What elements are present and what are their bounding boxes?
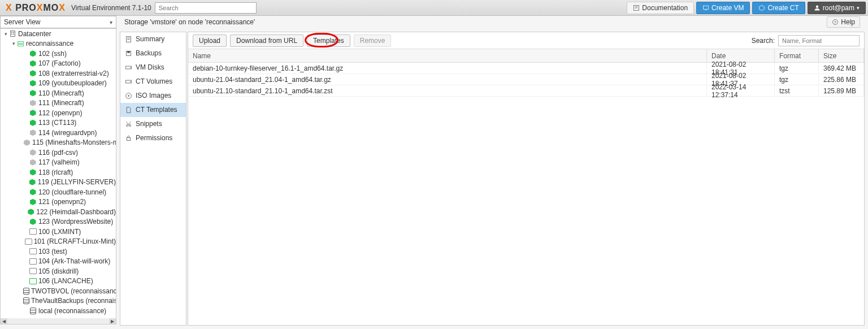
remove-button: Remove (354, 34, 392, 47)
datacenter-icon (8, 30, 16, 38)
nav-ctvolumes[interactable]: CT Volumes (120, 75, 186, 89)
tree-node[interactable]: 121 (openvpn2) (1, 197, 116, 207)
svg-rect-9 (13, 32, 14, 33)
env-version: Virtual Environment 7.1-10 (71, 4, 151, 12)
tree-node[interactable]: 114 (wireguardvpn) (1, 128, 116, 138)
scroll-left-icon[interactable]: ◀ (1, 318, 7, 324)
container-icon (29, 129, 37, 136)
tree-node[interactable]: 109 (youtubeuploader) (1, 79, 116, 89)
tree-node-label: 116 (pdf-csv) (38, 149, 78, 157)
tree-node[interactable]: 122 (Heimdall-Dashboard) (1, 207, 116, 217)
svg-rect-11 (13, 34, 14, 35)
tree-node[interactable]: 123 (WordpressWebsite) (1, 217, 116, 227)
download-url-button[interactable]: Download from URL (230, 34, 303, 47)
col-size[interactable]: Size (819, 49, 864, 62)
toolbar-search-input[interactable] (778, 35, 860, 46)
tree-node[interactable]: 105 (diskdrill) (1, 266, 116, 276)
expand-arrow-icon[interactable]: ▾ (3, 31, 8, 37)
container-icon (29, 109, 37, 116)
toolbar: Upload Download from URL Templates Remov… (188, 32, 864, 49)
tree-horizontal-scrollbar[interactable]: ◀ ▶ (1, 318, 116, 324)
tree-node-label: 102 (ssh) (38, 50, 67, 58)
vm-icon (29, 248, 37, 254)
tree-node-label: 101 (RLCRAFT-Linux-Mint) (34, 237, 116, 245)
brand-logo: X PROXMOX (2, 3, 69, 13)
tree-node[interactable]: 115 (Mineshafts-Monsters-mi (1, 138, 116, 148)
create-ct-button[interactable]: Create CT (752, 2, 805, 14)
tree-node[interactable]: TWOTBVOL (reconnaissanc (1, 286, 116, 296)
templates-button[interactable]: Templates (307, 34, 350, 47)
cell-name: debian-10-turnkey-fileserver_16.1-1_amd6… (188, 63, 707, 73)
tree-node-label: 100 (LXMINT) (38, 228, 81, 236)
tree-node[interactable]: 113 (CT113) (1, 118, 116, 128)
notes-icon (125, 36, 132, 43)
tree-node[interactable]: ▾reconnaissance (1, 39, 116, 49)
container-icon (27, 208, 34, 215)
tree-node-label: 106 (LANCACHE) (38, 277, 93, 285)
help-button[interactable]: ? Help (827, 16, 860, 28)
container-icon (29, 218, 37, 226)
expand-arrow-icon[interactable]: ▾ (11, 41, 16, 46)
nav-backups[interactable]: Backups (120, 46, 186, 60)
tree-node[interactable]: 112 (openvpn) (1, 108, 116, 118)
tree-node[interactable]: 120 (cloudflare-tunnel) (1, 187, 116, 197)
disc-icon (125, 92, 132, 99)
container-icon (29, 188, 37, 196)
cell-format: tgz (775, 74, 819, 85)
tree-node-label: 103 (test) (38, 248, 67, 256)
tree-node[interactable]: 118 (rlcraft) (1, 167, 116, 178)
user-menu-button[interactable]: root@pam ▾ (808, 2, 866, 14)
tree-node-label: 121 (openvpn2) (38, 198, 86, 206)
cell-format: tzst (775, 85, 819, 96)
svg-rect-13 (18, 44, 23, 46)
svg-rect-29 (127, 137, 131, 140)
nav-summary[interactable]: Summary (120, 32, 186, 46)
nav-permissions[interactable]: Permissions (120, 131, 186, 145)
tree-node[interactable]: 102 (ssh) (1, 49, 116, 59)
upload-button[interactable]: Upload (193, 34, 227, 47)
server-view-select[interactable]: Server View (0, 16, 116, 28)
tree-node[interactable]: 110 (Minecraft) (1, 88, 116, 98)
tree-node-label: 115 (Mineshafts-Monsters-mi (32, 138, 116, 146)
nav-cttemplates[interactable]: CT Templates (120, 103, 186, 117)
nav-vmdisks[interactable]: VM Disks (120, 60, 186, 75)
scroll-right-icon[interactable]: ▶ (109, 318, 116, 324)
lock-icon (125, 135, 132, 142)
tree-node[interactable]: ▾Datacenter (1, 29, 116, 39)
book-icon (633, 5, 640, 11)
col-name[interactable]: Name (188, 49, 707, 62)
tree-node[interactable]: 104 (Ark-That-will-work) (1, 257, 116, 267)
nav-iso[interactable]: ISO Images (120, 89, 186, 103)
global-search-input[interactable] (155, 2, 257, 14)
breadcrumb-text: Storage 'vmstore' on node 'reconnaissanc… (124, 18, 255, 26)
tree-node[interactable]: 107 (Factorio) (1, 59, 116, 69)
tree-node[interactable]: 101 (RLCRAFT-Linux-Mint) (1, 237, 116, 247)
create-vm-button[interactable]: Create VM (696, 2, 750, 14)
tree-node[interactable]: 117 (valheim) (1, 158, 116, 168)
monitor-icon (702, 5, 709, 11)
resource-tree-scroll[interactable]: ▾Datacenter▾reconnaissance102 (ssh)107 (… (1, 29, 116, 318)
container-icon (29, 149, 37, 156)
tree-node-label: TWOTBVOL (reconnaissanc (31, 287, 116, 295)
documentation-button[interactable]: Documentation (627, 2, 694, 14)
storage-nav: Summary Backups VM Disks CT Volumes ISO … (120, 32, 186, 326)
container-icon (29, 159, 37, 166)
cell-size: 369.42 MB (819, 63, 864, 73)
table-body: debian-10-turnkey-fileserver_16.1-1_amd6… (188, 63, 864, 97)
tree-node-label: local (reconnaissance) (38, 307, 106, 315)
tree-node[interactable]: 116 (pdf-csv) (1, 148, 116, 158)
tree-node[interactable]: local (reconnaissance) (1, 306, 116, 316)
tree-node-label: 110 (Minecraft) (38, 89, 84, 97)
tree-node[interactable]: 100 (LXMINT) (1, 227, 116, 237)
tree-node[interactable]: 119 (JELLYFIN-SERVER) (1, 178, 116, 188)
col-format[interactable]: Format (775, 49, 819, 62)
nav-snippets[interactable]: Snippets (120, 117, 186, 131)
table-row[interactable]: ubuntu-21.10-standard_21.10-1_amd64.tar.… (188, 85, 864, 97)
tree-node[interactable]: 111 (Minecraft) (1, 98, 116, 109)
container-icon (29, 80, 37, 87)
tree-node[interactable]: TheVaultBackups (reconnais (1, 296, 116, 306)
vm-icon (25, 239, 32, 245)
tree-node[interactable]: 108 (extraterrestrial-v2) (1, 68, 116, 79)
tree-node[interactable]: 103 (test) (1, 246, 116, 257)
tree-node[interactable]: 106 (LANCACHE) (1, 276, 116, 287)
